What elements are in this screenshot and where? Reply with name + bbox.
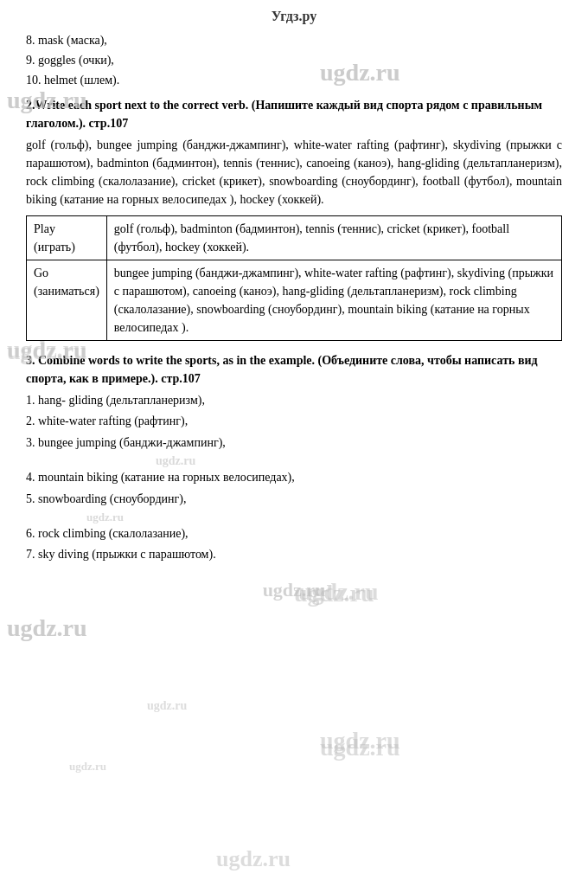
verbs-table-container: Play (играть) golf (гольф), badminton (б… — [26, 215, 562, 341]
wm-abs-9: ugdz.ru — [216, 846, 291, 872]
section3-item-2: 2. white-water rafting (рафтинг), — [26, 412, 562, 431]
section3-item-6: 6. rock climbing (скалолазание), — [26, 524, 562, 543]
wm-abs-8: ugdz.ru — [69, 760, 106, 774]
table-cell-play-content: golf (гольф), badminton (бадминтон), ten… — [106, 216, 561, 260]
table-cell-go-label: Go (заниматься) — [27, 260, 107, 341]
watermark-6: ugdz.ru — [156, 454, 195, 468]
page-title: Угдз.ру — [0, 9, 588, 24]
table-cell-go-content: bungee jumping (банджи-джампинг), white-… — [106, 260, 561, 341]
main-content: 8. mask (маска), 9. goggles (очки), 10. … — [0, 31, 588, 565]
watermark-7: ugdz.ru — [320, 727, 400, 755]
section3-title: 3. Combine words to write the sports, as… — [26, 351, 562, 388]
watermark-8: ugdz.ru — [86, 511, 124, 524]
verbs-table: Play (играть) golf (гольф), badminton (б… — [26, 215, 562, 341]
section2-body: golf (гольф), bungee jumping (банджи-джа… — [26, 136, 562, 209]
section3-item-4: 4. mountain biking (катание на горных ве… — [26, 468, 562, 487]
section3-item-7: 7. sky diving (прыжки с парашютом). — [26, 545, 562, 564]
footer-watermark-text: ugdz.ru — [263, 579, 326, 601]
footer-watermark-container: ugdz.ru — [0, 579, 588, 601]
intro-item-8: 8. mask (маска), — [26, 31, 562, 49]
table-row-go: Go (заниматься) bungee jumping (банджи-д… — [27, 260, 562, 341]
section3-item-5: 5. snowboarding (сноубординг), — [26, 490, 562, 509]
table-row-play: Play (играть) golf (гольф), badminton (б… — [27, 216, 562, 260]
wm-abs-7: ugdz.ru — [320, 734, 400, 761]
section3-item-3: 3. bungee jumping (банджи-джампинг), — [26, 434, 562, 453]
watermark-5: ugdz.ru — [7, 614, 87, 642]
intro-item-9: 9. goggles (очки), — [26, 51, 562, 69]
wm-abs-5: ugdz.ru — [7, 614, 87, 642]
table-cell-play-label: Play (играть) — [27, 216, 107, 260]
intro-item-10: 10. helmet (шлем). — [26, 71, 562, 89]
section3-item-1: 1. hang- gliding (дельтапланеризм), — [26, 391, 562, 410]
wm-abs-6: ugdz.ru — [147, 699, 187, 713]
section2-title: 2.Write each sport next to the correct v… — [26, 96, 562, 132]
